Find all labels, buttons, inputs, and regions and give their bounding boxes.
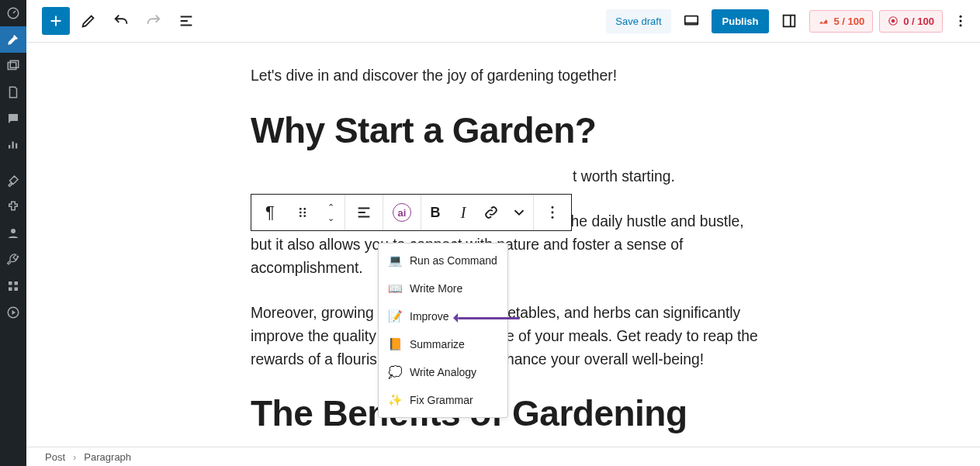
paragraph[interactable]: Let's dive in and discover the joy of ga… — [251, 64, 763, 88]
menu-label: Write Analogy — [410, 366, 476, 378]
link-button[interactable] — [477, 195, 505, 230]
italic-button[interactable]: I — [449, 195, 477, 230]
svg-point-13 — [960, 16, 962, 18]
svg-point-18 — [300, 212, 302, 214]
svg-point-16 — [300, 208, 302, 210]
redo-button[interactable] — [140, 7, 168, 35]
menu-label: Write More — [410, 282, 462, 295]
sidebar-media-icon[interactable] — [0, 53, 26, 79]
breadcrumb-leaf[interactable]: Paragraph — [84, 451, 131, 463]
more-options-button[interactable] — [949, 9, 972, 33]
breadcrumb-root[interactable]: Post — [45, 451, 65, 463]
add-block-button[interactable] — [42, 7, 70, 35]
block-toolbar: ¶ ⌃ ⌄ ai B I — [251, 194, 572, 231]
move-down-icon[interactable]: ⌄ — [327, 212, 334, 223]
editor-top-toolbar: Save draft Publish 5 / 100 0 / 100 — [26, 0, 980, 43]
block-more-options[interactable] — [534, 195, 571, 230]
sidebar-dashboard-icon[interactable] — [0, 0, 26, 26]
more-rich-text-button[interactable] — [505, 195, 533, 230]
align-button[interactable] — [345, 195, 383, 230]
paragraph-fragment[interactable]: t worth starting. — [251, 165, 763, 188]
svg-rect-4 — [9, 281, 12, 285]
heading-why[interactable]: Why Start a Garden? — [251, 109, 763, 151]
ai-menu-fix-grammar[interactable]: ✨Fix Grammar — [379, 386, 507, 414]
chevron-right-icon: › — [73, 451, 76, 463]
book-icon: 📖 — [388, 281, 402, 295]
ai-menu-write-analogy[interactable]: 💭Write Analogy — [379, 358, 507, 386]
sidebar-tools-icon[interactable] — [0, 247, 26, 273]
document-overview-button[interactable] — [172, 7, 200, 35]
menu-label: Improve — [410, 310, 449, 323]
sidebar-analytics-icon[interactable] — [0, 132, 26, 158]
svg-point-12 — [892, 19, 895, 23]
menu-label: Run as Command — [410, 254, 497, 267]
seo-icon — [888, 16, 899, 26]
sidebar-plugins-icon[interactable] — [0, 194, 26, 220]
seo-score-text: 0 / 100 — [903, 16, 934, 27]
block-movers[interactable]: ⌃ ⌄ — [317, 195, 345, 230]
sidebar-blocks-icon[interactable] — [0, 273, 26, 299]
svg-point-17 — [303, 208, 306, 210]
laptop-icon: 💻 — [388, 254, 402, 268]
sparkles-icon: ✨ — [388, 393, 402, 407]
sidebar-video-icon[interactable] — [0, 299, 26, 326]
notebook-icon: 📙 — [388, 337, 402, 351]
block-type-button[interactable]: ¶ — [251, 195, 289, 230]
ai-icon: ai — [393, 203, 411, 222]
ai-menu-summarize[interactable]: 📙Summarize — [379, 330, 507, 358]
drag-handle[interactable] — [289, 195, 317, 230]
svg-rect-10 — [784, 16, 795, 27]
seo-score-pill[interactable]: 0 / 100 — [879, 10, 943, 33]
svg-point-20 — [300, 215, 302, 217]
svg-point-15 — [960, 24, 962, 26]
sidebar-appearance-icon[interactable] — [0, 167, 26, 194]
rank-score-text: 5 / 100 — [833, 16, 864, 27]
svg-point-23 — [552, 212, 554, 214]
ai-menu-write-more[interactable]: 📖Write More — [379, 274, 507, 302]
svg-point-24 — [552, 216, 554, 219]
sidebar-pages-icon[interactable] — [0, 79, 26, 105]
wp-admin-sidebar — [0, 0, 26, 466]
edit-mode-button[interactable] — [74, 7, 102, 35]
ai-assist-button[interactable]: ai — [383, 195, 421, 230]
preview-button[interactable] — [677, 7, 705, 35]
svg-point-19 — [303, 212, 306, 214]
bold-button[interactable]: B — [421, 195, 449, 230]
ai-dropdown-menu: 💻Run as Command 📖Write More 📝Improve 📙Su… — [378, 243, 508, 418]
sidebar-posts-icon[interactable] — [0, 26, 26, 53]
svg-rect-5 — [15, 281, 19, 285]
save-draft-button[interactable]: Save draft — [606, 9, 670, 33]
memo-icon: 📝 — [388, 309, 402, 323]
svg-point-14 — [960, 20, 962, 22]
svg-rect-2 — [10, 60, 19, 67]
settings-sidebar-toggle[interactable] — [775, 7, 803, 35]
menu-label: Fix Grammar — [410, 394, 473, 406]
sidebar-users-icon[interactable] — [0, 220, 26, 247]
rank-score-pill[interactable]: 5 / 100 — [809, 10, 873, 33]
move-up-icon[interactable]: ⌃ — [327, 202, 334, 212]
publish-button[interactable]: Publish — [712, 9, 770, 33]
svg-rect-1 — [8, 63, 16, 70]
svg-rect-7 — [15, 288, 19, 292]
menu-label: Summarize — [410, 338, 465, 350]
thought-icon: 💭 — [388, 365, 402, 379]
ai-menu-run-command[interactable]: 💻Run as Command — [379, 247, 507, 274]
sidebar-comments-icon[interactable] — [0, 105, 26, 132]
svg-rect-6 — [9, 288, 12, 292]
block-breadcrumb: Post › Paragraph — [26, 447, 980, 466]
svg-point-22 — [552, 206, 554, 209]
rank-icon — [818, 16, 829, 26]
svg-point-21 — [303, 215, 306, 217]
undo-button[interactable] — [107, 7, 135, 35]
annotation-arrow — [450, 312, 520, 323]
svg-point-3 — [11, 229, 16, 233]
